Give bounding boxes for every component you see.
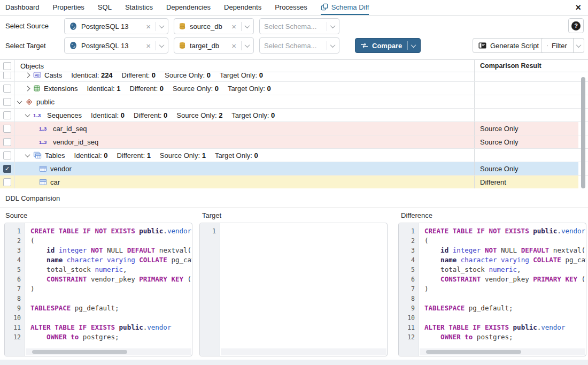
ddl-pane-target[interactable]: 1 xyxy=(199,223,388,356)
object-label: car xyxy=(50,178,60,186)
select-target-label: Select Target xyxy=(5,42,46,50)
row-checkbox[interactable] xyxy=(3,138,11,146)
sql-code[interactable]: CREATE TABLE IF NOT EXISTS public.vendor… xyxy=(26,223,192,346)
row-checkbox[interactable] xyxy=(3,72,11,79)
chevron-down-icon[interactable] xyxy=(17,98,22,104)
clear-icon[interactable]: × xyxy=(146,22,151,31)
sql-code[interactable] xyxy=(221,223,387,346)
row-checkbox[interactable]: ✓ xyxy=(3,165,11,173)
objects-row-Tables[interactable]: TablesIdentical: 0Different: 1Source Onl… xyxy=(0,149,588,162)
horizontal-scrollbar-track xyxy=(221,348,386,355)
source-server-select[interactable]: PostgreSQL 13 × xyxy=(64,18,168,34)
chevron-down-icon[interactable] xyxy=(25,152,30,157)
clear-icon[interactable]: × xyxy=(146,42,151,50)
tab-dashboard[interactable]: Dashboard xyxy=(5,0,40,15)
row-checkbox[interactable] xyxy=(3,98,11,106)
chevron-down-icon[interactable] xyxy=(159,23,165,28)
row-checkbox[interactable] xyxy=(3,151,11,159)
objects-row-Sequences[interactable]: 1..3SequencesIdentical: 0Different: 0Sou… xyxy=(0,109,588,122)
chevron-down-icon[interactable] xyxy=(411,42,416,48)
tab-processes[interactable]: Processes xyxy=(275,0,307,15)
tab-properties[interactable]: Properties xyxy=(53,0,84,15)
divider xyxy=(156,41,156,50)
horizontal-scrollbar-track xyxy=(420,348,585,355)
horizontal-scrollbar[interactable] xyxy=(426,350,521,354)
source-schema-select[interactable]: Select Schema... xyxy=(259,18,339,34)
chevron-down-icon[interactable] xyxy=(330,23,336,28)
chevron-down-icon[interactable] xyxy=(25,112,30,117)
comparison-result-cell xyxy=(475,72,578,81)
row-checkbox[interactable] xyxy=(3,178,11,186)
count-sourceonly: Source Only: 1 xyxy=(160,151,206,159)
chevron-down-icon[interactable] xyxy=(159,42,165,48)
close-icon[interactable]: × xyxy=(575,2,581,13)
compare-button[interactable]: Compare xyxy=(355,38,421,53)
count-sourceonly: Source Only: 0 xyxy=(165,72,211,79)
clear-icon[interactable]: × xyxy=(231,22,236,31)
tab-dependents[interactable]: Dependents xyxy=(224,0,261,15)
horizontal-scrollbar[interactable] xyxy=(32,350,127,354)
comparison-result-cell xyxy=(475,95,578,108)
chevron-down-icon[interactable] xyxy=(330,42,336,48)
pane-header-source: Source xyxy=(5,211,27,219)
target-schema-select[interactable]: Select Schema... xyxy=(259,37,339,54)
chevron-right-icon[interactable] xyxy=(25,86,30,91)
count-different: Different: 0 xyxy=(122,72,156,79)
vertical-scrollbar[interactable] xyxy=(581,77,585,188)
tab-dependencies[interactable]: Dependencies xyxy=(166,0,211,15)
database-icon xyxy=(179,42,186,49)
select-all-checkbox[interactable] xyxy=(3,62,11,70)
tab-schema-diff[interactable]: Schema Diff xyxy=(321,0,369,15)
target-server-select[interactable]: PostgreSQL 13 × xyxy=(64,37,168,54)
row-checkbox[interactable] xyxy=(3,125,11,133)
objects-row-car_id_seq[interactable]: 1..3car_id_seq Source Only xyxy=(0,122,588,135)
footer-strip xyxy=(0,360,588,365)
count-identical: Identical: 0 xyxy=(91,111,125,119)
generate-script-button[interactable]: Generate Script xyxy=(473,38,545,53)
source-database-select[interactable]: source_db × xyxy=(174,18,254,34)
objects-row-vendor[interactable]: ✓ vendor Source Only xyxy=(0,162,588,176)
objects-row-car[interactable]: car Different xyxy=(0,176,588,188)
horizontal-scrollbar-track xyxy=(26,348,191,355)
help-button[interactable]: ? xyxy=(568,18,584,33)
ddl-comparison-title: DDL Comparision xyxy=(0,188,588,208)
target-database-value: target_db xyxy=(190,42,230,50)
postgresql-icon xyxy=(69,22,78,31)
count-targetonly: Target Only: 0 xyxy=(220,72,263,79)
divider xyxy=(156,22,156,31)
objects-row-Extensions[interactable]: ExtensionsIdentical: 1Different: 0Source… xyxy=(0,82,588,95)
count-different: Different: 0 xyxy=(130,85,164,93)
tab-statistics[interactable]: Statistics xyxy=(125,0,153,15)
compare-arrows-icon xyxy=(360,43,368,48)
line-number-gutter: 123456789101112 xyxy=(399,223,419,356)
object-label: Extensions xyxy=(44,85,78,93)
divider xyxy=(241,22,242,31)
chevron-down-icon[interactable] xyxy=(245,23,250,28)
count-sourceonly: Source Only: 2 xyxy=(176,111,222,119)
clear-icon[interactable]: × xyxy=(231,42,236,50)
objects-row-vendor_id_seq[interactable]: 1..3vendor_id_seq Source Only xyxy=(0,135,588,149)
target-server-value: PostgreSQL 13 xyxy=(81,42,145,50)
schema-diff-panel: Dashboard Properties SQL Statistics Depe… xyxy=(0,0,588,365)
sql-code[interactable]: CREATE TABLE IF NOT EXISTS public.vendor… xyxy=(420,223,586,346)
tab-sql[interactable]: SQL xyxy=(98,0,112,15)
objects-row-public[interactable]: public xyxy=(0,95,588,109)
line-number-gutter: 1 xyxy=(200,223,220,356)
row-checkbox[interactable] xyxy=(3,111,11,119)
ddl-pane-difference[interactable]: 123456789101112 CREATE TABLE IF NOT EXIS… xyxy=(398,223,586,356)
chevron-down-icon[interactable] xyxy=(576,42,582,48)
object-label: vendor_id_seq xyxy=(53,138,98,146)
objects-row-Casts[interactable]: ABCastsIdentical: 224Different: 0Source … xyxy=(0,72,588,82)
row-checkbox[interactable] xyxy=(3,85,11,93)
ddl-pane-source[interactable]: 123456789101112 CREATE TABLE IF NOT EXIS… xyxy=(4,223,192,356)
generate-script-label: Generate Script xyxy=(490,42,539,50)
chevron-down-icon[interactable] xyxy=(245,42,250,48)
filter-button[interactable]: Filter xyxy=(541,38,584,53)
chevron-right-icon[interactable] xyxy=(25,72,30,78)
object-label: Sequences xyxy=(47,111,82,119)
target-database-select[interactable]: target_db × xyxy=(174,37,254,54)
objects-column-header: Objects xyxy=(15,60,475,72)
schema-diff-icon xyxy=(321,3,328,11)
object-label: Casts xyxy=(44,72,62,79)
grid-rows: ABCastsIdentical: 224Different: 0Source … xyxy=(0,72,588,188)
